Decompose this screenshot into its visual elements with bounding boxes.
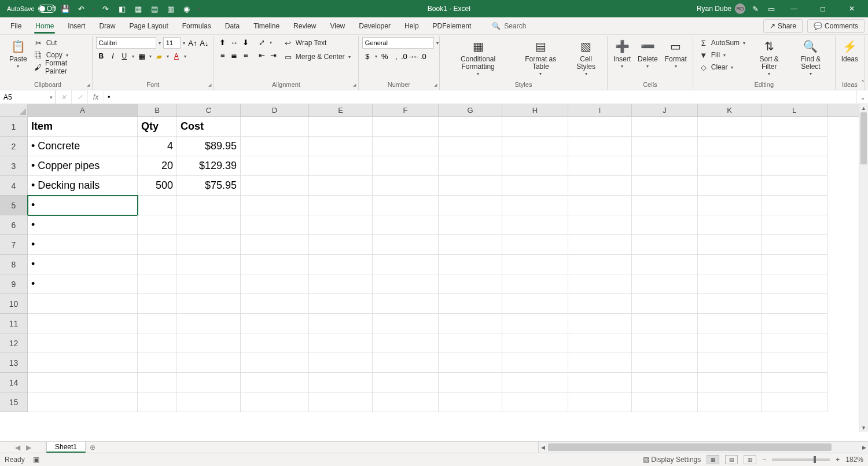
cell-C15[interactable]: [177, 392, 241, 412]
percent-icon[interactable]: %: [380, 51, 390, 61]
cell-H8[interactable]: [502, 255, 568, 274]
fill-button[interactable]: ▼Fill▾: [697, 49, 748, 61]
align-bottom-icon[interactable]: ⬇: [241, 37, 251, 47]
cell-G2[interactable]: [439, 137, 502, 156]
zoom-out-button[interactable]: −: [762, 456, 766, 464]
cell-A2[interactable]: • Concrete: [28, 137, 138, 156]
cell-K14[interactable]: [698, 373, 762, 392]
cell-L10[interactable]: [762, 294, 827, 314]
cell-L15[interactable]: [762, 392, 827, 412]
cell-I4[interactable]: [568, 176, 632, 196]
cell-H5[interactable]: [502, 196, 568, 215]
display-settings-button[interactable]: ▧ Display Settings: [643, 456, 701, 464]
zoom-in-button[interactable]: +: [836, 456, 840, 464]
cell-C6[interactable]: [177, 215, 241, 235]
decrease-decimal-icon[interactable]: ←.0: [414, 51, 425, 61]
align-middle-icon[interactable]: ↔: [229, 37, 240, 47]
cell-H2[interactable]: [502, 137, 568, 156]
cell-A3[interactable]: • Copper pipes: [28, 156, 138, 176]
cell-E10[interactable]: [309, 294, 373, 314]
colhead-J[interactable]: J: [632, 104, 698, 116]
colhead-A[interactable]: A: [28, 104, 138, 116]
cell-B4[interactable]: 500: [138, 176, 177, 196]
cell-E1[interactable]: [309, 117, 373, 137]
scroll-up-icon[interactable]: ▲: [859, 104, 868, 112]
view-pagelayout-button[interactable]: ▤: [725, 455, 738, 464]
cell-F15[interactable]: [373, 392, 439, 412]
hscroll-left-icon[interactable]: ◀: [539, 445, 547, 450]
cell-B5[interactable]: [138, 196, 177, 215]
cell-F4[interactable]: [373, 176, 439, 196]
cell-F9[interactable]: [373, 274, 439, 294]
cell-E9[interactable]: [309, 274, 373, 294]
cell-E5[interactable]: [309, 196, 373, 215]
macro-record-icon[interactable]: ▣: [33, 456, 39, 464]
cell-J10[interactable]: [632, 294, 698, 314]
hscroll-thumb[interactable]: [548, 443, 832, 451]
cancel-icon[interactable]: ✕: [56, 90, 72, 104]
tab-developer[interactable]: Developer: [352, 17, 398, 35]
font-color-button[interactable]: A: [171, 51, 182, 61]
cell-L5[interactable]: [762, 196, 827, 215]
cell-C14[interactable]: [177, 373, 241, 392]
cell-A13[interactable]: [28, 353, 138, 373]
qat-icon-3[interactable]: ▤: [148, 2, 161, 15]
colhead-B[interactable]: B: [138, 104, 177, 116]
formula-input[interactable]: •: [104, 90, 856, 104]
colhead-D[interactable]: D: [241, 104, 309, 116]
cell-D15[interactable]: [241, 392, 309, 412]
rowhead-12[interactable]: 12: [0, 333, 28, 353]
add-sheet-button[interactable]: ⊕: [86, 442, 100, 453]
shrink-font-icon[interactable]: A↓: [199, 38, 209, 48]
cell-D11[interactable]: [241, 314, 309, 333]
cell-K5[interactable]: [698, 196, 762, 215]
cell-C10[interactable]: [177, 294, 241, 314]
autosave-toggle[interactable]: Off: [38, 5, 56, 13]
cell-D3[interactable]: [241, 156, 309, 176]
cell-F8[interactable]: [373, 255, 439, 274]
cell-C9[interactable]: [177, 274, 241, 294]
cell-D10[interactable]: [241, 294, 309, 314]
hscroll-right-icon[interactable]: ▶: [860, 445, 868, 450]
cell-H6[interactable]: [502, 215, 568, 235]
fx-icon[interactable]: fx: [88, 90, 104, 104]
cell-D9[interactable]: [241, 274, 309, 294]
cell-D5[interactable]: [241, 196, 309, 215]
cell-H4[interactable]: [502, 176, 568, 196]
cell-J2[interactable]: [632, 137, 698, 156]
qat-icon-4[interactable]: ▥: [164, 2, 177, 15]
cell-J5[interactable]: [632, 196, 698, 215]
format-button[interactable]: ▭Format▾: [663, 37, 689, 71]
cell-I11[interactable]: [568, 314, 632, 333]
rowhead-4[interactable]: 4: [0, 176, 28, 196]
cell-L8[interactable]: [762, 255, 827, 274]
ideas-button[interactable]: ⚡Ideas: [839, 37, 860, 64]
align-center-icon[interactable]: ≣: [229, 50, 240, 60]
cell-H9[interactable]: [502, 274, 568, 294]
cell-E12[interactable]: [309, 333, 373, 353]
sheet-tab-1[interactable]: Sheet1: [46, 442, 86, 453]
cell-A1[interactable]: Item: [28, 117, 138, 137]
cell-G14[interactable]: [439, 373, 502, 392]
cell-F1[interactable]: [373, 117, 439, 137]
cell-J15[interactable]: [632, 392, 698, 412]
cell-C2[interactable]: $89.95: [177, 137, 241, 156]
save-icon[interactable]: 💾: [59, 2, 72, 15]
horizontal-scrollbar[interactable]: ◀ ▶: [538, 442, 868, 453]
rowhead-1[interactable]: 1: [0, 117, 28, 137]
tab-home[interactable]: Home: [28, 17, 61, 35]
cell-A10[interactable]: [28, 294, 138, 314]
cell-F5[interactable]: [373, 196, 439, 215]
cell-L13[interactable]: [762, 353, 827, 373]
maximize-button[interactable]: ◻: [810, 0, 836, 17]
colhead-K[interactable]: K: [698, 104, 762, 116]
cell-K7[interactable]: [698, 235, 762, 255]
cell-B2[interactable]: 4: [138, 137, 177, 156]
cell-J8[interactable]: [632, 255, 698, 274]
cell-L3[interactable]: [762, 156, 827, 176]
cell-J4[interactable]: [632, 176, 698, 196]
cell-I3[interactable]: [568, 156, 632, 176]
cell-I15[interactable]: [568, 392, 632, 412]
cell-D12[interactable]: [241, 333, 309, 353]
align-top-icon[interactable]: ⬆: [218, 37, 228, 47]
